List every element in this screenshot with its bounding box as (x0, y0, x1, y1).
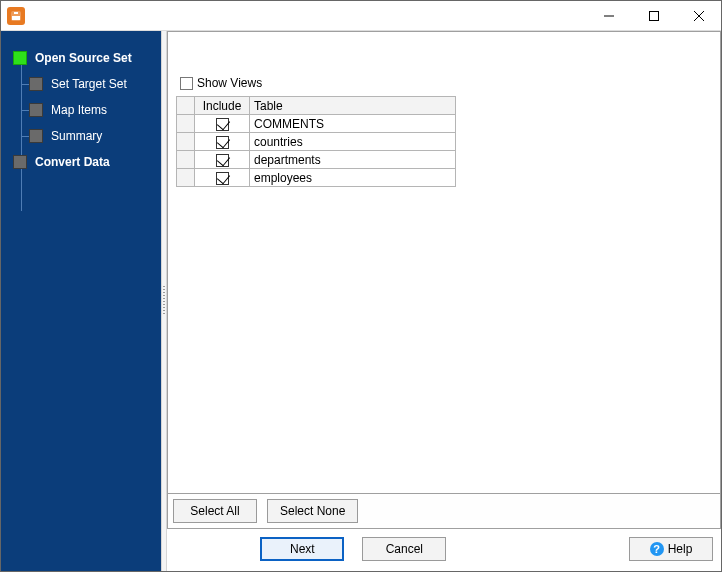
step-marker-icon (29, 103, 43, 117)
footer-center: Next Cancel (260, 537, 446, 561)
show-views-checkbox[interactable]: Show Views (180, 76, 262, 90)
titlebar-left (1, 7, 31, 25)
wizard-window: Open Source Set Set Target Set Map Items… (0, 0, 722, 572)
tree-branch (21, 136, 29, 137)
step-summary[interactable]: Summary (1, 123, 161, 149)
minimize-button[interactable] (586, 1, 631, 30)
maximize-button[interactable] (631, 1, 676, 30)
wizard-footer: Next Cancel ? Help (167, 529, 721, 571)
include-cell[interactable] (195, 133, 250, 151)
step-marker-icon (13, 51, 27, 65)
wizard-steps-sidebar: Open Source Set Set Target Set Map Items… (1, 31, 161, 571)
show-views-label: Show Views (197, 76, 262, 90)
table-row[interactable]: countries (177, 133, 456, 151)
wizard-body: Open Source Set Set Target Set Map Items… (1, 31, 721, 571)
window-controls (586, 1, 721, 30)
select-all-button[interactable]: Select All (173, 499, 257, 523)
table-name-cell[interactable]: departments (250, 151, 456, 169)
checkbox-icon[interactable] (216, 136, 229, 149)
row-header[interactable] (177, 151, 195, 169)
help-label: Help (668, 542, 693, 556)
step-open-source-set[interactable]: Open Source Set (1, 45, 161, 71)
step-label: Set Target Set (51, 77, 127, 91)
step-marker-icon (13, 155, 27, 169)
select-none-button[interactable]: Select None (267, 499, 358, 523)
help-button[interactable]: ? Help (629, 537, 713, 561)
cancel-button[interactable]: Cancel (362, 537, 446, 561)
checkbox-icon[interactable] (216, 172, 229, 185)
checkbox-icon[interactable] (216, 154, 229, 167)
include-cell[interactable] (195, 169, 250, 187)
table-row[interactable]: departments (177, 151, 456, 169)
step-label: Convert Data (35, 155, 110, 169)
footer-right: ? Help (629, 537, 713, 561)
svg-rect-1 (649, 11, 658, 20)
step-map-items[interactable]: Map Items (1, 97, 161, 123)
selection-toolbar: Select All Select None (167, 494, 721, 529)
wizard-main: Show Views Include Table (167, 31, 721, 571)
checkbox-box-icon (180, 77, 193, 90)
table-name-cell[interactable]: employees (250, 169, 456, 187)
close-button[interactable] (676, 1, 721, 30)
step-label: Summary (51, 129, 102, 143)
step-convert-data[interactable]: Convert Data (1, 149, 161, 175)
row-header[interactable] (177, 133, 195, 151)
step-label: Open Source Set (35, 51, 132, 65)
next-button[interactable]: Next (260, 537, 344, 561)
row-header[interactable] (177, 115, 195, 133)
include-cell[interactable] (195, 115, 250, 133)
step-marker-icon (29, 77, 43, 91)
app-icon (7, 7, 25, 25)
row-header[interactable] (177, 169, 195, 187)
checkbox-icon[interactable] (216, 118, 229, 131)
table-name-cell[interactable]: COMMENTS (250, 115, 456, 133)
help-icon: ? (650, 542, 664, 556)
include-cell[interactable] (195, 151, 250, 169)
table-row[interactable]: employees (177, 169, 456, 187)
step-label: Map Items (51, 103, 107, 117)
step-set-target-set[interactable]: Set Target Set (1, 71, 161, 97)
column-header-table[interactable]: Table (250, 97, 456, 115)
titlebar (1, 1, 721, 31)
table-name-cell[interactable]: countries (250, 133, 456, 151)
column-header-include[interactable]: Include (195, 97, 250, 115)
grip-icon (163, 286, 165, 316)
tree-branch (21, 84, 29, 85)
tree-branch (21, 110, 29, 111)
step-marker-icon (29, 129, 43, 143)
tables-grid: Include Table COMMENTS c (176, 96, 456, 187)
content-panel: Show Views Include Table (167, 31, 721, 494)
grid-corner (177, 97, 195, 115)
table-row[interactable]: COMMENTS (177, 115, 456, 133)
